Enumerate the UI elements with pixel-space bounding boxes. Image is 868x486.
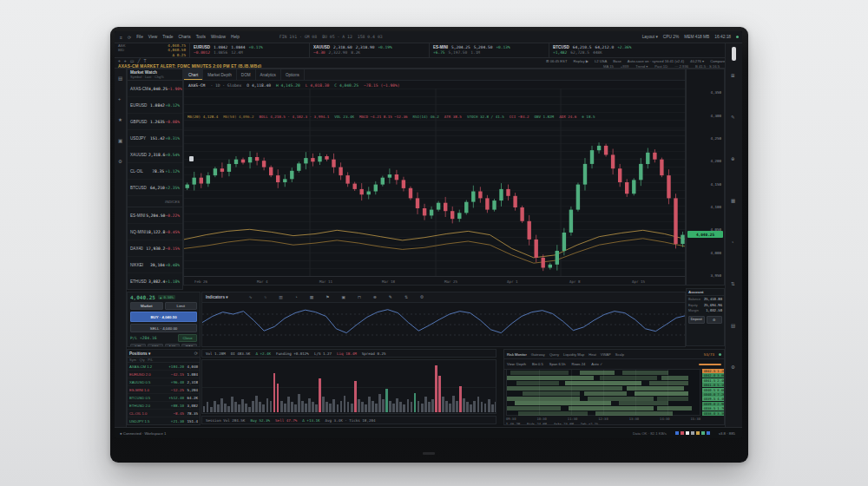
snap-icon[interactable]: ⊓ [358,295,361,299]
watchlist-row[interactable]: AXAS-CM4,040.25−1.90% [128,81,182,97]
watchlist-row[interactable]: NQ-MINI18,122.8−0.45% [128,224,182,240]
toolbar-item[interactable]: MA 15 [603,64,614,69]
grid-icon[interactable]: ▦ [731,198,735,203]
menu-item[interactable]: File [136,35,143,39]
settings-icon[interactable]: ⚙ [731,364,735,370]
edit-icon[interactable]: ✎ [389,295,392,299]
heatmap-control[interactable]: Rows 24 [571,362,585,366]
position-row[interactable]: CL-OIL 1.0−8.4578.35 [128,410,200,417]
grid-icon[interactable]: ▦ [310,295,314,299]
heatmap-menu-item[interactable]: Risk Monitor [507,352,527,357]
layers-icon[interactable]: ▣ [342,295,346,299]
star-icon[interactable]: ★ [118,117,122,122]
heatmap-menu-item[interactable]: Heat [589,352,596,357]
panel-icon[interactable]: ⊞ [731,73,735,78]
toolbar-item[interactable]: ⋯ 2,936 [674,64,688,69]
bands-icon[interactable]: ≈ [265,295,267,299]
toolbar-item[interactable]: B 41.5 · S 16.5 [695,64,720,69]
menu-right-item[interactable]: 16:42:18 [714,35,731,39]
watchlist-row[interactable]: ETHUSD3,082.4+1.18% [128,273,182,290]
watchlist-row[interactable]: DAX4017,930.2−0.15% [128,240,182,257]
toolbar-item[interactable]: +939 [621,64,628,69]
tab-market-depth[interactable]: Market Depth [203,69,237,80]
dom-ladder-cell[interactable]: 4040.58.6K [702,388,725,392]
add-symbol-icon[interactable]: + [118,96,121,102]
quote-group[interactable]: BTCUSD64,210.564,212.0+2.36%+1,48262,728… [549,43,668,57]
order-type-limit[interactable]: Limit [165,302,198,310]
dom-ladder-cell[interactable]: 4041.52.4K [702,378,725,383]
heatmap-control[interactable]: View: Depth [507,362,526,366]
dom-ladder-cell[interactable]: 4040.07.2K [702,392,725,397]
toolbar-item[interactable]: 40,276 ▾ [690,59,704,63]
heatmap-grid[interactable] [506,369,700,416]
macd-icon[interactable]: ▥ [279,295,283,299]
list-icon[interactable]: ▤ [731,323,735,328]
close-position-button[interactable]: Close [178,334,197,342]
heatmap-control[interactable]: Bin 0.5 [532,362,543,366]
last-price-tag[interactable]: 4,040.25 [687,231,723,238]
news-headline[interactable]: AXAS-CM MARKET ALERT: FOMC MINUTES 2:00 … [118,64,261,69]
toolbar-item[interactable]: Trend ▾ [635,64,648,69]
positions-title[interactable]: Positions ▾ [129,351,150,356]
position-row[interactable]: ETHUSD 2.0+88.103,082 [128,402,200,410]
menu-right-item[interactable]: CPU 2% [663,35,679,39]
watchlist-row[interactable]: NIKKEI39,104+0.48% [128,257,182,273]
size-button-1.00[interactable]: 1.00 [165,344,181,347]
watchlist-row[interactable]: GBPUSD1.2635−0.08% [128,114,182,130]
dom-ladder-cell[interactable]: 4038.03.3K [702,411,725,416]
heatmap-control[interactable]: Auto ✓ [591,362,602,366]
menu-item[interactable]: Tools [196,35,206,39]
swap-icon[interactable]: ⇅ [731,281,735,286]
toolbar-item[interactable]: Auto-save on · synced 16:41 (v2.4) [628,59,684,63]
heatmap-menu-item[interactable]: Query [549,352,559,357]
settings-icon[interactable]: ⚙ [118,159,122,164]
position-row[interactable]: AXAS-CM 1.2+184.204,040 [128,363,200,371]
menu-item[interactable]: View [148,35,157,39]
quote-group[interactable]: XAUUSD2,318.602,318.90+0.19%−4.302,322.9… [309,43,429,57]
heatmap-menu-item[interactable]: Scalp [615,352,624,357]
menu-item[interactable]: Window [211,35,226,39]
size-button-max[interactable]: MAX [181,344,197,347]
heatmap-menu-item[interactable]: Gateway [531,352,545,357]
rsi-icon[interactable]: ◔ [295,295,298,299]
account-button[interactable]: ⚙ [707,316,723,324]
quote-group[interactable]: EURUSD1.08421.0844+0.11%−0.00121.085612.… [189,43,309,57]
dom-ladder-cell[interactable]: 4042.51.2K [702,369,725,373]
swap-icon[interactable]: ⇅ [404,295,408,299]
add-icon[interactable]: ⊕ [731,156,735,161]
scrollbar-thumb[interactable] [732,47,736,61]
volume-panel[interactable] [201,359,496,414]
dom-ladder-cell[interactable]: 4041.05.1K [702,383,725,387]
toolbar-item[interactable]: L2 USA [595,59,607,63]
dom-ladder[interactable]: 4042.51.2K4042.03.8K4041.52.4K4041.05.1K… [702,369,724,416]
tab-analytics[interactable]: Analytics [256,69,281,80]
toolbar-item[interactable]: Base [613,59,621,63]
account-button[interactable]: Deposit [688,316,705,324]
menu-item[interactable]: Trade [162,35,173,39]
order-type-market[interactable]: Market [130,302,163,310]
tab-dom[interactable]: DOM [237,69,256,80]
watchlist-row[interactable]: BTCUSD64,210+2.35% [128,180,182,196]
size-button-0.25[interactable]: 0.25 [130,344,146,347]
refresh-icon[interactable]: ⟳ [128,35,131,40]
menu-item[interactable]: Charts [179,35,191,39]
menu-item[interactable]: Help [231,35,240,39]
position-row[interactable]: ES-MINI 1.0−12.255,204 [128,386,200,394]
dom-ladder-cell[interactable]: 4039.54.4K [702,397,725,401]
position-row[interactable]: XAUUSD 0.5+96.402,318 [128,378,200,386]
oscillator-title[interactable]: Indicators ▾ [206,295,228,299]
watchlist-row[interactable]: USDJPY151.42+0.31% [128,130,182,147]
toolbar-item[interactable]: ⊞ 06:45 EST [546,59,567,63]
tab-chart[interactable]: Chart [184,69,203,80]
quote-group[interactable]: ES-MINI5,204.255,204.50+0.13%+6.755,197.… [429,43,549,57]
layers-icon[interactable]: ▣ [118,138,122,143]
ma-icon[interactable]: ∿ [249,295,253,299]
edit-icon[interactable]: ✎ [731,115,735,120]
watchlist-row[interactable]: XAUUSD2,318.6+0.54% [128,147,182,163]
toolbar-item[interactable]: Past 1D [654,64,667,69]
heatmap-control[interactable]: Span 6.5h [549,362,566,366]
watchlist-row[interactable]: EURUSD1.0842+0.12% [128,97,182,114]
buy-button[interactable]: BUY · 4,040.50 [130,312,197,322]
size-button-0.50[interactable]: 0.50 [148,344,163,347]
settings-icon[interactable]: ⚙ [420,295,424,299]
